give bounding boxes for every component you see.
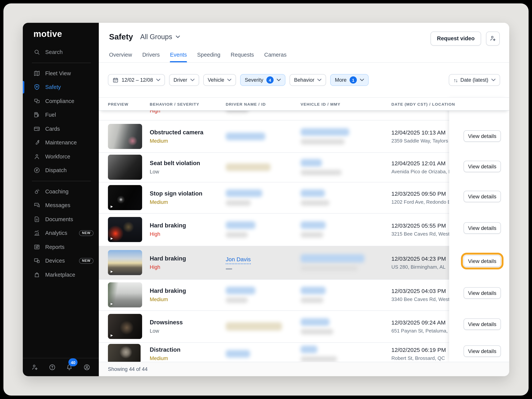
redacted-driver-name: [226, 133, 265, 140]
play-icon[interactable]: ▶: [111, 205, 113, 208]
more-filters-count: 1: [350, 76, 357, 84]
tab-drivers[interactable]: Drivers: [142, 50, 160, 62]
severity-label: High: [150, 231, 186, 237]
column-header-behavior: BEHAVIOR / SEVERITY: [150, 102, 199, 106]
redacted-driver-name: [226, 287, 255, 303]
table-row[interactable]: ▶ Hard brakingMedium 12/03/2025 04:03 PM…: [99, 279, 509, 311]
sidebar-item-reports[interactable]: Reports: [23, 240, 99, 254]
event-location: 3340 Bee Caves Rd, West: [391, 296, 450, 303]
view-details-button-highlighted[interactable]: View details: [464, 255, 501, 266]
table-row[interactable]: Seat belt violationLow 12/04/2025 12:01 …: [99, 153, 509, 182]
sidebar-item-documents[interactable]: Documents: [23, 212, 99, 226]
notifications-bell-icon[interactable]: 40: [66, 364, 73, 371]
person-icon: [33, 153, 40, 160]
driver-id-placeholder: [226, 268, 232, 269]
table-row-partial: ▶ High: [99, 110, 509, 120]
tab-bar: Overview Drivers Events Speeding Request…: [99, 50, 509, 63]
severity-label: Medium: [150, 355, 180, 361]
user-gear-icon: [489, 35, 496, 42]
column-header-preview: PREVIEW: [108, 102, 128, 106]
table-row[interactable]: ▶ Stop sign violationMedium 12/03/2025 0…: [99, 182, 509, 213]
table-row[interactable]: ▶ DrowsinessLow 12/03/2025 09:24 AM651 P…: [99, 311, 509, 342]
event-thumbnail[interactable]: ▶: [108, 217, 142, 242]
event-thumbnail[interactable]: ▶: [108, 185, 142, 210]
driver-filter[interactable]: Driver: [169, 74, 199, 86]
behavior-filter[interactable]: Behavior: [290, 74, 326, 86]
sidebar-item-safety[interactable]: Safety: [23, 80, 99, 94]
sidebar-search[interactable]: Search: [23, 45, 99, 59]
table-row-highlighted[interactable]: ▶ Hard brakingHigh Jon Davis 12/03/2025 …: [99, 246, 509, 279]
play-icon[interactable]: ▶: [111, 334, 113, 337]
notification-count-badge: 40: [69, 358, 78, 366]
event-thumbnail[interactable]: [108, 155, 142, 180]
compliance-icon: [33, 98, 40, 104]
user-settings-button[interactable]: [486, 31, 500, 45]
event-location: Avenida Pico de Orizaba, N: [391, 169, 452, 175]
event-date: 12/04/2025 10:13 AM: [391, 129, 448, 136]
event-thumbnail[interactable]: ▶: [108, 282, 142, 307]
tab-events[interactable]: Events: [170, 50, 187, 62]
sidebar-item-fleet-view[interactable]: Fleet View: [23, 66, 99, 80]
date-range-filter[interactable]: 12/02 – 12/08: [108, 74, 165, 86]
tab-cameras[interactable]: Cameras: [264, 50, 287, 62]
sidebar-item-marketplace[interactable]: Marketplace: [23, 268, 99, 282]
help-icon[interactable]: [48, 364, 56, 371]
view-details-button[interactable]: View details: [464, 287, 501, 298]
sidebar-item-fuel[interactable]: Fuel: [23, 108, 99, 122]
view-details-button[interactable]: View details: [464, 191, 501, 202]
play-icon[interactable]: ▶: [111, 237, 113, 240]
account-icon[interactable]: [83, 364, 90, 371]
sidebar-item-label: Safety: [45, 84, 61, 90]
report-icon: [33, 244, 40, 250]
play-icon[interactable]: ▶: [111, 270, 113, 273]
severity-label: Medium: [150, 138, 203, 144]
event-thumbnail[interactable]: [108, 124, 142, 149]
sidebar-item-messages[interactable]: Messages: [23, 198, 99, 212]
sidebar-item-compliance[interactable]: Compliance: [23, 94, 99, 108]
sidebar-item-coaching[interactable]: Coaching: [23, 184, 99, 198]
redacted-driver-name: [226, 221, 255, 238]
results-summary: Showing 44 of 44: [108, 366, 148, 372]
view-details-button[interactable]: View details: [464, 318, 501, 330]
driver-name-link[interactable]: Jon Davis: [226, 256, 251, 264]
chevron-down-icon: [156, 79, 160, 81]
redacted-vehicle-id: [301, 346, 337, 362]
tab-speeding[interactable]: Speeding: [197, 50, 220, 62]
vehicle-filter[interactable]: Vehicle: [203, 74, 236, 86]
severity-filter-label: Severity: [245, 77, 263, 83]
sort-selector[interactable]: ↑↓ Date (latest): [449, 74, 500, 86]
sidebar-item-label: Documents: [45, 216, 73, 222]
view-details-button[interactable]: View details: [464, 130, 501, 142]
tab-overview[interactable]: Overview: [109, 50, 132, 62]
sort-arrows-icon: ↑↓: [454, 77, 457, 83]
view-details-button[interactable]: View details: [464, 345, 501, 357]
admin-user-gear-icon[interactable]: [31, 364, 38, 371]
sidebar-item-maintenance[interactable]: Maintenance: [23, 136, 99, 150]
event-location: US 280, Birmingham, AL: [391, 264, 446, 270]
view-details-button[interactable]: View details: [464, 222, 501, 234]
event-thumbnail[interactable]: ▶: [108, 250, 142, 275]
screen: motive Search Fleet View Safety Complian…: [0, 0, 532, 399]
tab-requests[interactable]: Requests: [231, 50, 254, 62]
sidebar-item-dispatch[interactable]: Dispatch: [23, 163, 99, 177]
more-filters[interactable]: More 1: [330, 74, 369, 86]
group-selector[interactable]: All Groups: [140, 33, 180, 41]
sidebar-item-label: Compliance: [45, 98, 74, 104]
behavior-label: Hard braking: [150, 222, 186, 229]
severity-filter[interactable]: Severity 4: [240, 74, 285, 86]
sidebar-item-cards[interactable]: Cards: [23, 122, 99, 136]
sidebar-item-devices[interactable]: Devices NEW: [23, 254, 99, 268]
request-video-button[interactable]: Request video: [431, 31, 481, 45]
view-details-button[interactable]: View details: [464, 161, 501, 172]
event-thumbnail[interactable]: [108, 344, 141, 364]
event-location: 2359 Saddle Way, Taylors: [391, 138, 448, 144]
event-thumbnail[interactable]: ▶: [108, 314, 142, 339]
table-row[interactable]: Obstructed cameraMedium 12/04/2025 10:13…: [99, 120, 509, 153]
sidebar-footer: 40: [23, 358, 99, 376]
table-row[interactable]: ▶ Hard brakingHigh 12/03/2025 05:55 PM32…: [99, 213, 509, 246]
play-icon[interactable]: ▶: [111, 302, 113, 305]
sidebar-item-analytics[interactable]: Analytics NEW: [23, 226, 99, 240]
severity-label: Low: [150, 328, 183, 334]
filter-bar: 12/02 – 12/08 Driver Vehicle Severity 4: [108, 74, 500, 86]
sidebar-item-workforce[interactable]: Workforce: [23, 150, 99, 163]
